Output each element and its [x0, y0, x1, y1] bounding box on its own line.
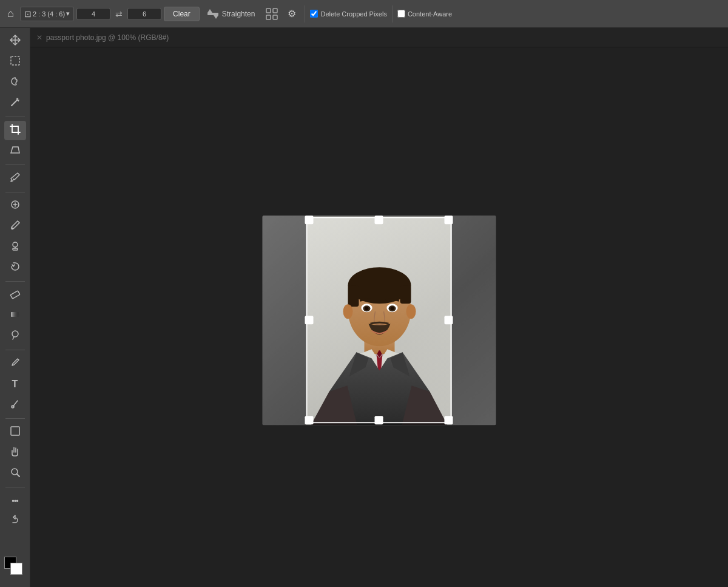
swap-dimensions-button[interactable]: ⇄ [113, 8, 125, 20]
move-icon [10, 35, 21, 48]
zoom-button[interactable] [4, 464, 26, 483]
background-color[interactable] [10, 563, 22, 575]
text-icon: T [12, 379, 18, 390]
grid-overlay-button[interactable] [262, 5, 281, 22]
svg-rect-5 [266, 15, 271, 19]
gear-icon: ⚙ [288, 8, 296, 19]
pen-icon [10, 357, 21, 370]
sidebar-separator-7 [5, 487, 25, 487]
svg-point-32 [391, 307, 394, 310]
svg-rect-3 [266, 8, 271, 13]
straighten-icon [207, 8, 219, 19]
toolbar-separator [305, 5, 305, 22]
chevron-down-icon: ▾ [66, 10, 70, 18]
toolbar: ⌂ ⊡ 2 : 3 (4 : 6) ▾ ⇄ Clear Straighten [0, 0, 728, 28]
person-image [263, 215, 496, 425]
lasso-tool-button[interactable] [4, 73, 26, 92]
magic-wand-button[interactable] [4, 93, 26, 113]
crop-settings-button[interactable]: ⚙ [284, 5, 300, 22]
photo-container[interactable] [263, 215, 496, 425]
healing-brush-button[interactable] [4, 196, 26, 215]
svg-rect-4 [273, 8, 277, 13]
tab-bar: ✕ passport photo.jpg @ 100% (RGB/8#) [30, 28, 728, 47]
rotate-icon [10, 515, 21, 528]
path-selection-button[interactable] [4, 395, 26, 415]
home-icon: ⌂ [7, 7, 14, 20]
grid-icon [266, 8, 278, 20]
history-brush-icon [10, 261, 21, 274]
svg-rect-13 [10, 291, 20, 299]
eraser-button[interactable] [4, 285, 26, 305]
aspect-ratio-label: 2 : 3 (4 : 6) [33, 10, 65, 18]
shape-icon [10, 426, 21, 439]
photo-background [263, 215, 496, 425]
svg-rect-6 [273, 15, 277, 19]
delete-cropped-label[interactable]: Delete Cropped Pixels [310, 10, 386, 18]
sidebar-separator-6 [5, 418, 25, 419]
svg-rect-17 [11, 427, 19, 435]
crop-tool-button[interactable] [4, 121, 26, 140]
path-selection-icon [10, 398, 21, 412]
perspective-crop-button[interactable] [4, 141, 26, 161]
sidebar-separator-4 [5, 281, 25, 282]
hand-icon [10, 446, 21, 460]
close-tab-button[interactable]: ✕ [36, 33, 42, 42]
straighten-button[interactable]: Straighten [202, 6, 260, 22]
history-brush-button[interactable] [4, 258, 26, 277]
gradient-icon [10, 309, 21, 322]
text-button[interactable]: T [4, 375, 26, 394]
marquee-icon [10, 55, 21, 69]
svg-point-33 [343, 304, 353, 319]
brush-icon [10, 220, 21, 233]
crop-icon: ⊡ [24, 9, 32, 19]
svg-rect-26 [400, 285, 411, 304]
content-aware-checkbox[interactable] [397, 10, 405, 18]
main-area: T ••• [0, 28, 728, 587]
svg-marker-1 [207, 9, 212, 13]
eyedropper-button[interactable] [4, 169, 26, 188]
svg-point-29 [365, 307, 369, 310]
home-button[interactable]: ⌂ [4, 5, 18, 22]
delete-cropped-checkbox[interactable] [310, 10, 318, 18]
svg-line-19 [17, 474, 19, 477]
move-tool-button[interactable] [4, 32, 26, 51]
svg-rect-25 [348, 285, 359, 307]
perspective-crop-icon [10, 144, 21, 158]
svg-rect-0 [207, 13, 218, 15]
stamp-button[interactable] [4, 237, 26, 257]
color-picker[interactable] [4, 557, 26, 579]
dodge-burn-button[interactable] [4, 327, 26, 346]
more-tools-button[interactable]: ••• [4, 491, 26, 511]
svg-point-15 [12, 331, 18, 337]
healing-brush-icon [10, 199, 21, 212]
svg-point-34 [406, 304, 416, 319]
hand-button[interactable] [4, 443, 26, 463]
height-input[interactable] [127, 8, 161, 20]
rotate-canvas-button[interactable] [4, 512, 26, 531]
marquee-tool-button[interactable] [4, 52, 26, 72]
svg-rect-11 [13, 248, 18, 250]
svg-rect-7 [11, 56, 19, 65]
brush-button[interactable] [4, 217, 26, 236]
zoom-icon [10, 467, 21, 480]
svg-point-10 [13, 242, 18, 247]
eyedropper-icon [10, 172, 21, 185]
gradient-button[interactable] [4, 306, 26, 325]
shape-button[interactable] [4, 422, 26, 442]
sidebar-separator-2 [5, 165, 25, 165]
canvas[interactable] [263, 215, 496, 425]
clear-button[interactable]: Clear [164, 7, 200, 21]
stamp-icon [10, 240, 21, 254]
svg-rect-14 [11, 312, 19, 317]
svg-marker-2 [214, 15, 218, 19]
swap-icon: ⇄ [115, 9, 123, 19]
canvas-area: ✕ passport photo.jpg @ 100% (RGB/8#) [30, 28, 728, 587]
crop-sidebar-icon [10, 124, 21, 137]
magic-wand-icon [10, 97, 21, 110]
content-aware-label[interactable]: Content-Aware [397, 10, 452, 18]
width-input[interactable] [76, 8, 110, 20]
sidebar-separator-1 [5, 117, 25, 117]
crop-aspect-dropdown[interactable]: ⊡ 2 : 3 (4 : 6) ▾ [20, 7, 74, 21]
sidebar-separator-5 [5, 350, 25, 350]
pen-button[interactable] [4, 354, 26, 373]
